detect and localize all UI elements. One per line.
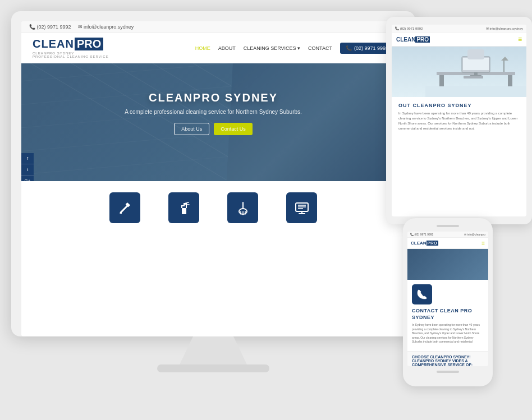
service-icon-spray[interactable]: [168, 192, 199, 223]
svg-rect-30: [463, 58, 489, 70]
phone-hero: [407, 249, 488, 280]
phone-logo: CLEANPRO: [411, 241, 438, 246]
hero-section: f t G+ in CLEANPRO SYDNEY A complete pro…: [21, 63, 405, 181]
svg-rect-25: [425, 86, 526, 97]
svg-rect-13: [182, 208, 186, 214]
tablet-hamburger-icon[interactable]: ≡: [518, 35, 522, 43]
logo-text: CLEAN PRO: [33, 38, 103, 50]
phone-contact-title: CONTACT CLEAN PRO SYDNEY: [412, 308, 484, 321]
nav-contact[interactable]: CONTACT: [308, 45, 332, 51]
scene: 📞 (02) 9971 9992 ✉ info@cleanpro.sydney …: [0, 0, 532, 420]
logo-clean: CLEAN: [33, 38, 74, 50]
phone-section2-title: CHOOSE CLEANPRO SYDNEY! CLEANPRO SYDNEY …: [412, 355, 484, 366]
service-icon-mop[interactable]: [227, 192, 258, 223]
topbar-email: ✉ info@cleanpro.sydney: [78, 24, 134, 30]
tablet-logo-clean: CLEAN: [396, 36, 415, 43]
hero-buttons: About Us Contact Us: [21, 123, 405, 135]
monitor-screen: 📞 (02) 9971 9992 ✉ info@cleanpro.sydney …: [21, 21, 405, 336]
tablet-about-text: In Sydney have been operating for more t…: [398, 111, 520, 131]
facebook-icon[interactable]: f: [21, 153, 34, 164]
nav-about[interactable]: ABOUT: [218, 45, 236, 51]
phone-website: 📞 (02) 9971 9992 ✉ info@cleanpro CLEANPR…: [407, 232, 488, 366]
desktop-website: 📞 (02) 9971 9992 ✉ info@cleanpro.sydney …: [21, 21, 405, 336]
contact-us-button[interactable]: Contact Us: [214, 123, 253, 135]
phone-speaker: [437, 225, 459, 227]
website-nav: CLEAN PRO CLEANPRO SYDNEY PROFESSIONAL C…: [21, 33, 405, 63]
tablet-frame: 📞 (02) 9971 9992 ✉ info@cleanpro.sydney …: [386, 17, 532, 224]
tablet-screen: 📞 (02) 9971 9992 ✉ info@cleanpro.sydney …: [392, 25, 526, 216]
phone-logo-pro: PRO: [426, 241, 438, 246]
phone-section2: CHOOSE CLEANPRO SYDNEY! CLEANPRO SYDNEY …: [407, 351, 488, 366]
svg-rect-34: [467, 49, 484, 59]
nav-home[interactable]: HOME: [195, 45, 210, 51]
phone-contact-icon: [412, 284, 432, 304]
hero-content: CLEANPRO SYDNEY A complete professional …: [21, 63, 405, 135]
logo-subtitle: CLEANPRO SYDNEY PROFESSIONAL CLEANING SE…: [33, 52, 109, 58]
googleplus-icon[interactable]: G+: [21, 176, 34, 181]
phone-logo-clean: CLEAN: [411, 241, 426, 246]
topbar-phone: 📞 (02) 9971 9992: [29, 24, 71, 30]
logo: CLEAN PRO CLEANPRO SYDNEY PROFESSIONAL C…: [33, 38, 109, 58]
social-sidebar: f t G+ in: [21, 153, 34, 181]
nav-cleaning-services[interactable]: CLEANING SERVICES: [244, 45, 300, 51]
phone-phone-number: 📞 (02) 9971 9992: [410, 233, 433, 236]
about-us-button[interactable]: About Us: [174, 123, 209, 135]
tablet-logo: CLEANPRO: [396, 36, 430, 43]
service-icon-brush[interactable]: [109, 192, 140, 223]
phone-topbar: 📞 (02) 9971 9992 ✉ info@cleanpro: [407, 232, 488, 238]
phone-home-button[interactable]: [437, 371, 459, 373]
tablet-phone: 📞 (02) 9971 9992: [395, 26, 423, 30]
phone-nav: CLEANPRO ≡: [407, 238, 488, 249]
hero-subtitle: A complete professional cleaning service…: [21, 109, 405, 115]
services-icons-section: [21, 181, 405, 234]
desktop-monitor: 📞 (02) 9971 9992 ✉ info@cleanpro.sydney …: [11, 11, 415, 404]
tablet-desk-illustration: [425, 47, 526, 97]
tablet-website: 📞 (02) 9971 9992 ✉ info@cleanpro.sydney …: [392, 25, 526, 216]
phone-contact-text: In Sydney have been operating for more t…: [412, 323, 484, 344]
monitor-frame: 📞 (02) 9971 9992 ✉ info@cleanpro.sydney …: [11, 11, 415, 336]
monitor-stand: [180, 336, 247, 364]
monitor-base: [157, 364, 269, 372]
tablet-topbar: 📞 (02) 9971 9992 ✉ info@cleanpro.sydney: [392, 25, 526, 33]
hero-title: CLEANPRO SYDNEY: [21, 91, 405, 104]
tablet-hero: [392, 47, 526, 97]
tablet-email: ✉ info@cleanpro.sydney: [486, 26, 523, 30]
phone-device: 📞 (02) 9971 9992 ✉ info@cleanpro CLEANPR…: [403, 218, 493, 392]
logo-pro: PRO: [75, 38, 103, 50]
website-topbar: 📞 (02) 9971 9992 ✉ info@cleanpro.sydney: [21, 21, 405, 33]
phone-frame: 📞 (02) 9971 9992 ✉ info@cleanpro CLEANPR…: [403, 218, 493, 386]
svg-rect-27: [439, 75, 444, 86]
phone-hamburger-icon[interactable]: ≡: [481, 240, 485, 246]
svg-rect-31: [474, 72, 478, 75]
phone-content: CONTACT CLEAN PRO SYDNEY In Sydney have …: [407, 280, 488, 351]
phone-email: ✉ info@cleanpro: [464, 233, 485, 236]
phone-screen: 📞 (02) 9971 9992 ✉ info@cleanpro CLEANPR…: [407, 232, 488, 366]
service-icon-screen[interactable]: [286, 192, 317, 223]
nav-links: HOME ABOUT CLEANING SERVICES CONTACT 📞 (…: [195, 43, 394, 54]
svg-rect-33: [464, 76, 483, 79]
svg-rect-28: [508, 75, 512, 86]
tablet-nav: CLEANPRO ≡: [392, 33, 526, 47]
tablet-logo-pro: PRO: [415, 36, 430, 43]
twitter-icon[interactable]: t: [21, 164, 34, 176]
tablet-device: 📞 (02) 9971 9992 ✉ info@cleanpro.sydney …: [386, 17, 532, 230]
tablet-about-section: OUT CLEANPRO SYDNEY In Sydney have been …: [392, 97, 526, 135]
tablet-about-title: OUT CLEANPRO SYDNEY: [398, 103, 520, 108]
